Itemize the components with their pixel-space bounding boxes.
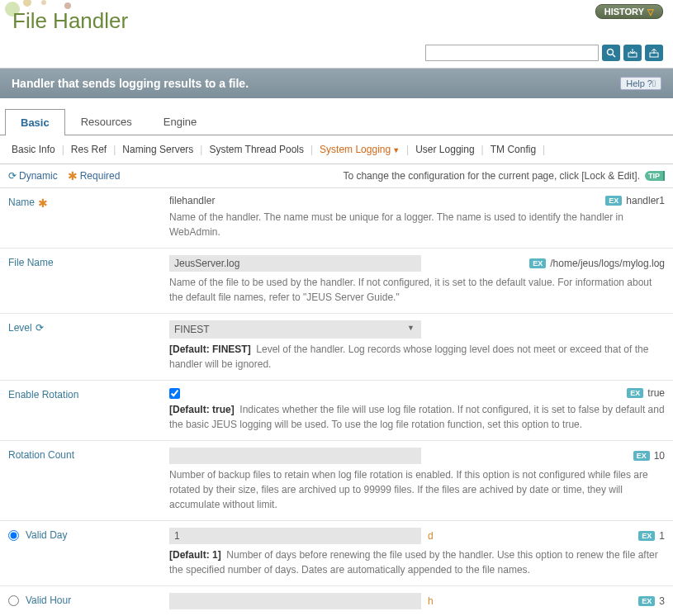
legend-required: ✱Required	[68, 169, 121, 182]
help-icon: ?⃝	[647, 78, 656, 88]
banner-text: Handler that sends logging results to a …	[12, 77, 249, 90]
subtab-user-logging[interactable]: User Logging	[415, 144, 474, 155]
import-icon[interactable]	[623, 45, 642, 61]
banner: Handler that sends logging results to a …	[0, 68, 673, 98]
label-name: Name ✱	[8, 195, 169, 239]
legend-note: To change the configuration for the curr…	[343, 170, 640, 182]
valid-hour-input[interactable]	[169, 593, 421, 609]
svg-point-0	[608, 50, 614, 55]
rotation-count-input[interactable]	[169, 448, 421, 464]
label-valid-day: Valid Day	[8, 528, 169, 577]
ex-badge: EX	[605, 196, 622, 206]
valid-day-desc: [Default: 1] Number of days before renew…	[169, 547, 665, 577]
required-icon: ✱	[68, 169, 78, 182]
name-desc: Name of the handler. The name must be un…	[169, 210, 665, 239]
history-button[interactable]: HISTORY ▽	[595, 4, 663, 19]
ex-badge: EX	[529, 258, 546, 268]
valid-hour-radio[interactable]	[8, 595, 19, 606]
rotation-count-desc: Number of backup files to retain when lo…	[169, 467, 665, 512]
subtab-res-ref[interactable]: Res Ref	[71, 144, 107, 155]
enable-rotation-checkbox[interactable]	[169, 388, 180, 399]
dynamic-icon: ⟳	[8, 170, 17, 182]
chevron-down-icon: ▽	[647, 7, 654, 17]
filename-input[interactable]	[169, 255, 421, 272]
subtabs: Basic Info| Res Ref| Naming Servers| Sys…	[0, 135, 673, 164]
ex-badge: EX	[627, 388, 643, 398]
valid-hour-unit: h	[428, 595, 434, 607]
level-desc: [Default: FINEST] Level of the handler. …	[169, 342, 665, 372]
help-button[interactable]: Help ?⃝	[620, 77, 661, 90]
valid-hour-desc: Number of hours before renewing the file…	[169, 613, 665, 616]
label-filename: File Name	[8, 255, 169, 305]
help-label: Help	[626, 78, 645, 88]
tab-resources[interactable]: Resources	[65, 108, 148, 135]
dynamic-icon: ⟳	[36, 322, 44, 334]
search-icon[interactable]	[602, 45, 620, 61]
valid-day-unit: d	[428, 530, 434, 542]
legend-dynamic: ⟳Dynamic	[8, 170, 58, 182]
valid-day-radio[interactable]	[8, 530, 19, 541]
tip-badge[interactable]: TIP	[645, 171, 665, 181]
ex-badge: EX	[638, 531, 655, 541]
export-icon[interactable]	[645, 45, 663, 61]
tab-engine[interactable]: Engine	[148, 108, 212, 135]
label-level: Level ⟳	[8, 320, 169, 372]
search-input[interactable]	[425, 45, 599, 61]
label-enable-rotation: Enable Rotation	[8, 387, 169, 432]
required-icon: ✱	[38, 197, 48, 210]
enable-rotation-desc: [Default: true] Indicates whether the fi…	[169, 402, 665, 432]
history-label: HISTORY	[604, 7, 644, 17]
label-rotation-count: Rotation Count	[8, 448, 169, 512]
level-select[interactable]: FINEST	[169, 320, 421, 339]
subtab-naming-servers[interactable]: Naming Servers	[122, 144, 193, 155]
tabs: Basic Resources Engine	[0, 108, 673, 135]
page-title: File Handler	[8, 8, 661, 34]
ex-badge: EX	[638, 596, 655, 606]
label-valid-hour: Valid Hour	[8, 593, 169, 616]
svg-line-1	[613, 54, 615, 57]
valid-day-input[interactable]	[169, 528, 421, 544]
filename-desc: Name of the file to be used by the handl…	[169, 275, 665, 305]
subtab-system-thread-pools[interactable]: System Thread Pools	[209, 144, 304, 155]
chevron-down-icon: ▼	[392, 146, 400, 154]
name-value: filehandler	[169, 195, 215, 206]
subtab-tm-config[interactable]: TM Config	[491, 144, 536, 155]
subtab-basic-info[interactable]: Basic Info	[12, 144, 55, 155]
subtab-system-logging[interactable]: System Logging▼	[320, 144, 400, 155]
tab-basic[interactable]: Basic	[5, 109, 65, 135]
ex-badge: EX	[633, 451, 650, 461]
